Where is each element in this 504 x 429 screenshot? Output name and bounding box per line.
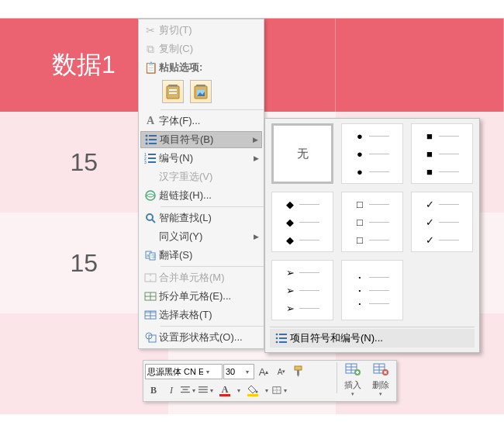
svg-point-43 xyxy=(276,341,278,344)
menu-smart-lookup[interactable]: 智能查找(L) xyxy=(139,209,264,227)
chevron-down-icon[interactable]: ▾ xyxy=(234,387,243,394)
svg-rect-19 xyxy=(148,161,156,163)
menu-label: 粘贴选项: xyxy=(159,61,259,74)
chevron-down-icon[interactable]: ▾ xyxy=(208,387,216,394)
svg-rect-11 xyxy=(149,139,157,140)
bullet-option-check[interactable]: ✓ ✓ ✓ xyxy=(411,192,473,252)
menu-label: 设置形状格式(O)... xyxy=(159,330,259,344)
svg-marker-47 xyxy=(297,375,299,377)
bullets-and-numbering-menu[interactable]: 项目符号和编号(N)... xyxy=(270,329,475,348)
shrink-font-button[interactable]: A▾ xyxy=(273,363,290,380)
format-painter-button[interactable] xyxy=(291,363,308,380)
button-label: 插入 xyxy=(344,379,361,391)
menu-split-cells[interactable]: 拆分单元格(E)... xyxy=(139,287,264,306)
menu-separator xyxy=(161,206,264,207)
bullet-option-dot-small[interactable]: • • • xyxy=(341,260,403,320)
paste-picture[interactable] xyxy=(190,80,212,103)
bold-button[interactable]: B xyxy=(145,382,162,399)
chevron-down-icon[interactable]: ▾ xyxy=(203,368,212,375)
delete-button[interactable]: 删除 ▾ xyxy=(367,362,395,398)
svg-text:字: 字 xyxy=(151,254,156,259)
svg-rect-13 xyxy=(149,143,157,144)
svg-point-12 xyxy=(146,143,148,145)
menu-cut: ✂ 剪切(T) xyxy=(139,21,264,40)
menu-label: 复制(C) xyxy=(159,42,259,56)
font-icon: A xyxy=(142,115,159,127)
chevron-down-icon[interactable]: ▾ xyxy=(376,391,385,397)
menu-label: 翻译(S) xyxy=(159,248,259,262)
numbering-icon: 123 xyxy=(142,153,159,164)
clipboard-icon: 📋 xyxy=(142,61,159,74)
bullet-option-none[interactable]: 无 xyxy=(271,123,333,184)
menu-bullets[interactable]: 项目符号(B) ▶ xyxy=(140,131,262,148)
svg-rect-44 xyxy=(279,341,287,343)
menu-label: 项目符号(B) xyxy=(160,133,253,147)
scissors-icon: ✂ xyxy=(142,24,159,36)
search-icon xyxy=(142,213,159,223)
borders-button[interactable]: ▾ xyxy=(272,382,289,399)
menu-translate[interactable]: a字 翻译(S) xyxy=(139,246,264,265)
bullet-option-arrow[interactable]: ➢ ➢ ➢ xyxy=(271,260,333,320)
paste-options-row xyxy=(139,77,264,108)
copy-icon: ⧉ xyxy=(142,43,159,56)
toolbar-row-1: ▾ ▾ A▴ A▾ xyxy=(145,362,335,381)
menu-merge-cells: 合并单元格(M) xyxy=(139,268,264,287)
context-menu: ✂ 剪切(T) ⧉ 复制(C) 📋 粘贴选项: A 字体(F)... 项目符号(… xyxy=(138,19,264,349)
menu-numbering[interactable]: 123 编号(N) ▶ xyxy=(139,149,264,168)
font-name-combo[interactable]: ▾ xyxy=(145,364,223,379)
bullet-option-square-hollow[interactable]: □ □ □ xyxy=(341,192,403,252)
header-cell[interactable] xyxy=(336,19,504,112)
chevron-down-icon[interactable]: ▾ xyxy=(348,391,357,397)
menu-separator xyxy=(161,109,264,110)
menu-hanzi-reselect: 汉字重选(V) xyxy=(139,168,264,186)
font-name-input[interactable] xyxy=(147,367,203,376)
chevron-down-icon[interactable]: ▾ xyxy=(281,387,289,394)
menu-label: 智能查找(L) xyxy=(159,211,259,225)
svg-point-10 xyxy=(146,139,148,141)
font-size-combo[interactable]: ▾ xyxy=(223,364,254,379)
svg-text:a: a xyxy=(147,253,150,258)
menu-format-shape[interactable]: 设置形状格式(O)... xyxy=(139,328,264,347)
chevron-down-icon[interactable]: ▾ xyxy=(243,368,252,375)
font-size-input[interactable] xyxy=(224,367,243,376)
chevron-right-icon: ▶ xyxy=(254,233,259,240)
menu-select-table[interactable]: 选择表格(T) xyxy=(139,306,264,324)
svg-rect-15 xyxy=(148,154,156,155)
menu-hyperlink[interactable]: 超链接(H)... xyxy=(139,186,264,205)
chevron-down-icon[interactable]: ▾ xyxy=(190,387,198,394)
flyout-separator xyxy=(270,327,475,327)
menu-synonyms[interactable]: 同义词(Y) ▶ xyxy=(139,227,264,246)
menu-label: 同义词(Y) xyxy=(159,230,254,244)
chevron-right-icon: ▶ xyxy=(253,136,258,144)
grow-font-button[interactable]: A▴ xyxy=(255,363,272,380)
fill-color-button[interactable] xyxy=(244,382,261,399)
font-color-button[interactable]: A xyxy=(216,382,233,399)
svg-rect-45 xyxy=(295,366,302,370)
paste-keep-formatting[interactable] xyxy=(162,80,184,103)
svg-rect-42 xyxy=(279,337,287,339)
svg-text:3: 3 xyxy=(144,160,147,164)
vertical-align-button[interactable]: ▾ xyxy=(198,382,216,399)
menu-label: 编号(N) xyxy=(159,151,254,165)
svg-point-8 xyxy=(146,135,148,137)
menu-label: 选择表格(T) xyxy=(159,308,259,322)
insert-button[interactable]: 插入 ▾ xyxy=(339,362,367,398)
translate-icon: a字 xyxy=(142,250,159,261)
menu-separator xyxy=(161,326,264,327)
bullet-option-disc[interactable]: ● ● ● xyxy=(341,123,403,184)
align-button[interactable]: ▾ xyxy=(181,382,198,399)
menu-label: 项目符号和编号(N)... xyxy=(290,331,471,345)
bullets-numbering-icon xyxy=(273,333,290,344)
menu-font[interactable]: A 字体(F)... xyxy=(139,112,264,130)
bullet-grid: 无 ● ● ● ■ ■ ■ ◆ ◆ ◆ □ □ xyxy=(270,123,475,320)
bullet-option-diamond[interactable]: ◆ ◆ ◆ xyxy=(271,192,333,252)
svg-rect-2 xyxy=(169,89,177,91)
chevron-down-icon[interactable]: ▾ xyxy=(262,387,271,394)
menu-paste-header: 📋 粘贴选项: xyxy=(139,58,264,77)
toolbar-row-2: B I ▾ ▾ A ▾ ▾ xyxy=(145,381,335,400)
italic-button[interactable]: I xyxy=(163,382,180,399)
svg-line-22 xyxy=(152,220,155,223)
menu-label: 汉字重选(V) xyxy=(159,170,259,184)
bullet-option-square-solid[interactable]: ■ ■ ■ xyxy=(411,123,473,184)
svg-rect-46 xyxy=(297,370,299,375)
